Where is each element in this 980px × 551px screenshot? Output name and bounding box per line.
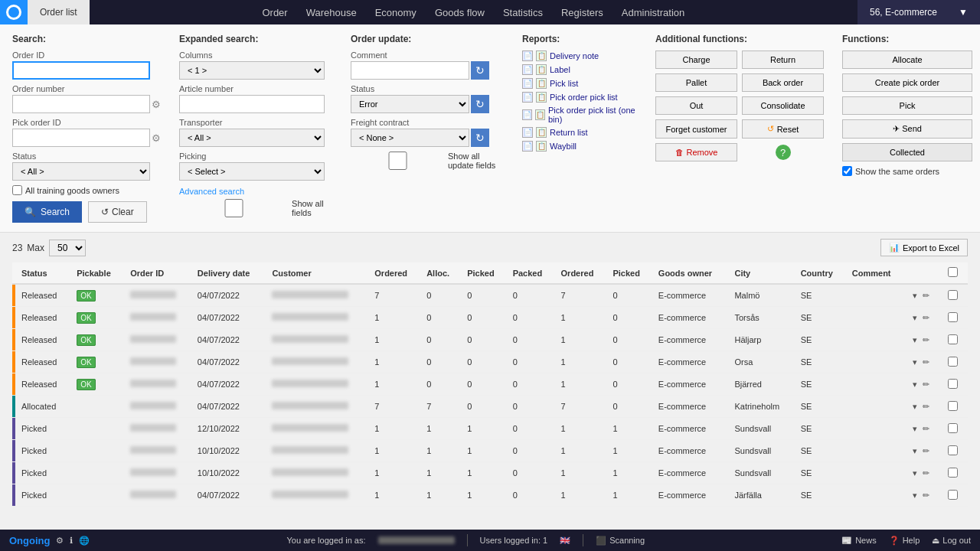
nav-goods-flow[interactable]: Goods flow (435, 7, 485, 18)
col-status[interactable]: Status (15, 262, 70, 284)
expand-icon[interactable]: ▾ (913, 446, 917, 455)
collected-button[interactable]: Collected (842, 143, 972, 161)
max-select[interactable]: 50 (49, 240, 86, 256)
out-button[interactable]: Out (655, 96, 737, 115)
edit-icon[interactable]: ✏ (923, 402, 929, 411)
row-checkbox[interactable] (948, 490, 958, 500)
expand-icon[interactable]: ▾ (913, 380, 917, 389)
export-button[interactable]: 📊 Export to Excel (880, 239, 968, 256)
nav-economy[interactable]: Economy (375, 7, 416, 18)
row-checkbox[interactable] (948, 312, 958, 322)
report-return-list[interactable]: 📄 📋 Return list (522, 127, 637, 138)
all-owners-checkbox[interactable] (12, 185, 22, 195)
row-checkbox[interactable] (948, 445, 958, 455)
row-checkbox[interactable] (948, 357, 958, 367)
expand-icon[interactable]: ▾ (913, 335, 917, 344)
col-country[interactable]: Country (795, 262, 846, 284)
article-number-input[interactable] (179, 95, 325, 113)
col-ordered1[interactable]: Ordered (368, 262, 420, 284)
clear-button[interactable]: ↺ Clear (88, 201, 147, 223)
advanced-search-link[interactable]: Advanced search (179, 187, 332, 196)
help-circle[interactable]: ? (776, 145, 791, 160)
user-info[interactable]: 56, E-commerce ▼ (858, 0, 980, 24)
report-delivery-note[interactable]: 📄 📋 Delivery note (522, 51, 637, 61)
back-order-button[interactable]: Back order (742, 73, 824, 92)
show-same-checkbox[interactable] (842, 166, 852, 176)
col-comment[interactable]: Comment (846, 262, 905, 284)
comment-input[interactable] (351, 61, 469, 80)
charge-button[interactable]: Charge (655, 51, 737, 69)
report-label[interactable]: 📄 📋 Label (522, 64, 637, 75)
freight-select[interactable]: < None > (351, 129, 469, 147)
edit-icon[interactable]: ✏ (923, 335, 929, 344)
send-button[interactable]: ✈ Send (842, 119, 972, 139)
update-status-select[interactable]: Error (351, 95, 469, 113)
edit-icon[interactable]: ✏ (923, 313, 929, 322)
col-city[interactable]: City (728, 262, 794, 284)
row-checkbox[interactable] (948, 468, 958, 478)
allocate-button[interactable]: Allocate (842, 51, 972, 69)
expand-icon[interactable]: ▾ (913, 491, 917, 500)
forget-customer-button[interactable]: Forget customer (655, 119, 737, 139)
expand-icon[interactable]: ▾ (913, 313, 917, 322)
col-pickable[interactable]: Pickable (70, 262, 124, 284)
row-checkbox[interactable] (948, 290, 958, 300)
help-icon-circle[interactable]: ? (742, 143, 824, 161)
status-select[interactable]: < All > (12, 162, 150, 181)
edit-icon[interactable]: ✏ (923, 491, 929, 500)
search-button[interactable]: 🔍 Search (12, 201, 82, 223)
col-alloc[interactable]: Alloc. (420, 262, 461, 284)
expand-icon[interactable]: ▾ (913, 468, 917, 478)
edit-icon[interactable]: ✏ (923, 291, 929, 300)
expand-icon[interactable]: ▾ (913, 402, 917, 411)
logo[interactable] (0, 0, 28, 24)
order-list-tab[interactable]: Order list (28, 0, 90, 24)
comment-refresh-btn[interactable]: ↻ (471, 61, 489, 80)
report-waybill[interactable]: 📄 📋 Waybill (522, 141, 637, 152)
col-ordered2[interactable]: Ordered (555, 262, 607, 284)
nav-warehouse[interactable]: Warehouse (306, 7, 357, 18)
col-picked1[interactable]: Picked (461, 262, 506, 284)
nav-administration[interactable]: Administration (622, 7, 684, 18)
report-pick-list[interactable]: 📄 📋 Pick list (522, 78, 637, 89)
show-all-checkbox[interactable] (179, 199, 289, 217)
row-checkbox[interactable] (948, 423, 958, 433)
nav-registers[interactable]: Registers (561, 7, 603, 18)
col-goods-owner[interactable]: Goods owner (652, 262, 729, 284)
select-all-checkbox[interactable] (948, 267, 958, 277)
order-id-input[interactable] (12, 61, 150, 80)
columns-select[interactable]: < 1 > (179, 61, 325, 80)
pick-button[interactable]: Pick (842, 96, 972, 115)
row-checkbox[interactable] (948, 401, 958, 411)
col-delivery-date[interactable]: Delivery date (191, 262, 266, 284)
col-packed[interactable]: Packed (507, 262, 555, 284)
nav-order[interactable]: Order (262, 7, 287, 18)
report-pick-order-one-bin[interactable]: 📄 📋 Pick order pick list (one bin) (522, 106, 637, 124)
row-checkbox[interactable] (948, 334, 958, 344)
col-picked2[interactable]: Picked (606, 262, 652, 284)
consolidate-button[interactable]: Consolidate (742, 96, 824, 115)
edit-icon[interactable]: ✏ (923, 424, 929, 433)
col-customer[interactable]: Customer (266, 262, 368, 284)
picking-select[interactable]: < Select > (179, 162, 325, 181)
freight-refresh-btn[interactable]: ↻ (471, 129, 489, 147)
expand-icon[interactable]: ▾ (913, 424, 917, 433)
edit-icon[interactable]: ✏ (923, 357, 929, 367)
remove-button[interactable]: 🗑 Remove (655, 143, 737, 161)
order-number-input[interactable] (12, 95, 150, 113)
return-button[interactable]: Return (742, 51, 824, 69)
expand-icon[interactable]: ▾ (913, 291, 917, 300)
show-update-checkbox[interactable] (351, 152, 445, 170)
report-pick-order-pick-list[interactable]: 📄 📋 Pick order pick list (522, 92, 637, 103)
row-checkbox[interactable] (948, 379, 958, 389)
col-order-id[interactable]: Order ID (124, 262, 191, 284)
pick-order-id-input[interactable] (12, 129, 150, 147)
reset-button[interactable]: ↺ Reset (742, 119, 824, 139)
nav-statistics[interactable]: Statistics (503, 7, 543, 18)
edit-icon[interactable]: ✏ (923, 446, 929, 455)
pallet-button[interactable]: Pallet (655, 73, 737, 92)
transporter-select[interactable]: < All > (179, 129, 325, 147)
status-refresh-btn[interactable]: ↻ (471, 95, 489, 113)
edit-icon[interactable]: ✏ (923, 380, 929, 389)
create-pick-order-button[interactable]: Create pick order (842, 73, 972, 92)
